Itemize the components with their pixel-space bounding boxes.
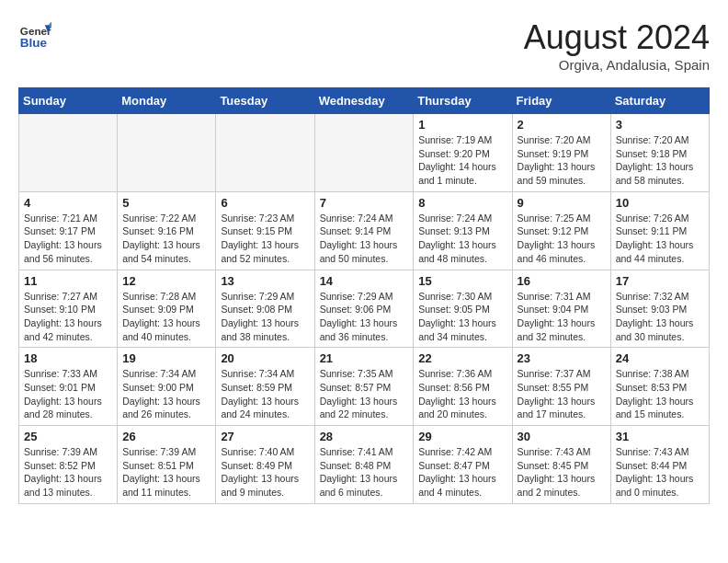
day-number: 3 [616, 118, 704, 132]
day-cell-10: 10Sunrise: 7:26 AM Sunset: 9:11 PM Dayli… [610, 191, 709, 270]
day-cell-30: 30Sunrise: 7:43 AM Sunset: 8:45 PM Dayli… [512, 426, 610, 504]
day-cell-26: 26Sunrise: 7:39 AM Sunset: 8:51 PM Dayli… [118, 426, 216, 504]
empty-cell [314, 114, 414, 192]
weekday-header-row: SundayMondayTuesdayWednesdayThursdayFrid… [19, 88, 710, 114]
day-info: Sunrise: 7:42 AM Sunset: 8:47 PM Dayligh… [418, 445, 506, 500]
day-cell-9: 9Sunrise: 7:25 AM Sunset: 9:12 PM Daylig… [512, 191, 610, 270]
day-info: Sunrise: 7:24 AM Sunset: 9:13 PM Dayligh… [418, 212, 506, 266]
day-number: 19 [122, 351, 210, 365]
day-info: Sunrise: 7:34 AM Sunset: 8:59 PM Dayligh… [221, 367, 309, 421]
day-number: 2 [518, 118, 606, 132]
day-cell-23: 23Sunrise: 7:37 AM Sunset: 8:55 PM Dayli… [512, 348, 610, 426]
day-info: Sunrise: 7:29 AM Sunset: 9:06 PM Dayligh… [320, 290, 409, 344]
day-number: 10 [616, 196, 704, 210]
day-number: 4 [24, 196, 112, 210]
week-row-1: 1Sunrise: 7:19 AM Sunset: 9:20 PM Daylig… [19, 114, 710, 192]
logo-icon: General Blue [18, 18, 51, 52]
day-info: Sunrise: 7:39 AM Sunset: 8:51 PM Dayligh… [122, 445, 210, 500]
day-cell-5: 5Sunrise: 7:22 AM Sunset: 9:16 PM Daylig… [118, 191, 216, 270]
day-cell-16: 16Sunrise: 7:31 AM Sunset: 9:04 PM Dayli… [512, 270, 610, 348]
day-number: 15 [418, 274, 506, 288]
day-cell-29: 29Sunrise: 7:42 AM Sunset: 8:47 PM Dayli… [414, 426, 512, 504]
day-info: Sunrise: 7:26 AM Sunset: 9:11 PM Dayligh… [616, 212, 704, 266]
calendar-table: SundayMondayTuesdayWednesdayThursdayFrid… [18, 87, 710, 504]
day-info: Sunrise: 7:43 AM Sunset: 8:44 PM Dayligh… [616, 445, 704, 500]
day-number: 24 [616, 351, 704, 365]
day-cell-1: 1Sunrise: 7:19 AM Sunset: 9:20 PM Daylig… [414, 114, 512, 192]
svg-text:Blue: Blue [20, 36, 48, 50]
day-info: Sunrise: 7:32 AM Sunset: 9:03 PM Dayligh… [616, 290, 704, 344]
day-cell-11: 11Sunrise: 7:27 AM Sunset: 9:10 PM Dayli… [19, 270, 118, 348]
day-info: Sunrise: 7:38 AM Sunset: 8:53 PM Dayligh… [616, 367, 704, 421]
day-number: 8 [418, 196, 506, 210]
day-number: 9 [518, 196, 606, 210]
day-info: Sunrise: 7:35 AM Sunset: 8:57 PM Dayligh… [320, 367, 409, 421]
week-row-4: 18Sunrise: 7:33 AM Sunset: 9:01 PM Dayli… [19, 348, 710, 426]
weekday-header-sunday: Sunday [19, 88, 118, 114]
day-info: Sunrise: 7:23 AM Sunset: 9:15 PM Dayligh… [221, 212, 309, 266]
day-info: Sunrise: 7:40 AM Sunset: 8:49 PM Dayligh… [221, 445, 309, 500]
day-cell-28: 28Sunrise: 7:41 AM Sunset: 8:48 PM Dayli… [314, 426, 414, 504]
logo: General Blue [18, 18, 51, 52]
day-number: 28 [320, 430, 409, 443]
day-info: Sunrise: 7:28 AM Sunset: 9:09 PM Dayligh… [122, 290, 210, 344]
day-info: Sunrise: 7:33 AM Sunset: 9:01 PM Dayligh… [24, 367, 112, 421]
day-cell-25: 25Sunrise: 7:39 AM Sunset: 8:52 PM Dayli… [19, 426, 118, 504]
day-info: Sunrise: 7:24 AM Sunset: 9:14 PM Dayligh… [320, 212, 409, 266]
day-cell-13: 13Sunrise: 7:29 AM Sunset: 9:08 PM Dayli… [216, 270, 314, 348]
page-header: General Blue August 2024 Orgiva, Andalus… [18, 18, 710, 73]
empty-cell [19, 114, 118, 192]
day-info: Sunrise: 7:41 AM Sunset: 8:48 PM Dayligh… [320, 445, 409, 500]
day-number: 18 [24, 351, 112, 365]
day-cell-2: 2Sunrise: 7:20 AM Sunset: 9:19 PM Daylig… [512, 114, 610, 192]
day-number: 27 [221, 430, 309, 443]
day-cell-17: 17Sunrise: 7:32 AM Sunset: 9:03 PM Dayli… [610, 270, 709, 348]
weekday-header-monday: Monday [118, 88, 216, 114]
weekday-header-wednesday: Wednesday [314, 88, 414, 114]
day-number: 22 [418, 351, 506, 365]
day-cell-18: 18Sunrise: 7:33 AM Sunset: 9:01 PM Dayli… [19, 348, 118, 426]
day-number: 25 [24, 430, 112, 443]
day-info: Sunrise: 7:25 AM Sunset: 9:12 PM Dayligh… [518, 212, 606, 266]
day-cell-19: 19Sunrise: 7:34 AM Sunset: 9:00 PM Dayli… [118, 348, 216, 426]
day-number: 11 [24, 274, 112, 288]
day-info: Sunrise: 7:29 AM Sunset: 9:08 PM Dayligh… [221, 290, 309, 344]
day-cell-15: 15Sunrise: 7:30 AM Sunset: 9:05 PM Dayli… [414, 270, 512, 348]
day-number: 14 [320, 274, 409, 288]
day-cell-12: 12Sunrise: 7:28 AM Sunset: 9:09 PM Dayli… [118, 270, 216, 348]
day-number: 29 [418, 430, 506, 443]
weekday-header-tuesday: Tuesday [216, 88, 314, 114]
day-number: 26 [122, 430, 210, 443]
day-info: Sunrise: 7:21 AM Sunset: 9:17 PM Dayligh… [24, 212, 112, 266]
day-info: Sunrise: 7:43 AM Sunset: 8:45 PM Dayligh… [518, 445, 606, 500]
day-info: Sunrise: 7:27 AM Sunset: 9:10 PM Dayligh… [24, 290, 112, 344]
day-info: Sunrise: 7:36 AM Sunset: 8:56 PM Dayligh… [418, 367, 506, 421]
day-number: 5 [122, 196, 210, 210]
day-cell-22: 22Sunrise: 7:36 AM Sunset: 8:56 PM Dayli… [414, 348, 512, 426]
week-row-5: 25Sunrise: 7:39 AM Sunset: 8:52 PM Dayli… [19, 426, 710, 504]
empty-cell [118, 114, 216, 192]
weekday-header-thursday: Thursday [414, 88, 512, 114]
day-cell-31: 31Sunrise: 7:43 AM Sunset: 8:44 PM Dayli… [610, 426, 709, 504]
day-number: 6 [221, 196, 309, 210]
day-info: Sunrise: 7:37 AM Sunset: 8:55 PM Dayligh… [518, 367, 606, 421]
day-number: 12 [122, 274, 210, 288]
day-info: Sunrise: 7:19 AM Sunset: 9:20 PM Dayligh… [418, 133, 506, 188]
location-subtitle: Orgiva, Andalusia, Spain [524, 57, 710, 73]
day-info: Sunrise: 7:20 AM Sunset: 9:19 PM Dayligh… [518, 133, 606, 188]
day-cell-3: 3Sunrise: 7:20 AM Sunset: 9:18 PM Daylig… [610, 114, 709, 192]
day-cell-27: 27Sunrise: 7:40 AM Sunset: 8:49 PM Dayli… [216, 426, 314, 504]
week-row-3: 11Sunrise: 7:27 AM Sunset: 9:10 PM Dayli… [19, 270, 710, 348]
day-cell-6: 6Sunrise: 7:23 AM Sunset: 9:15 PM Daylig… [216, 191, 314, 270]
weekday-header-friday: Friday [512, 88, 610, 114]
day-info: Sunrise: 7:39 AM Sunset: 8:52 PM Dayligh… [24, 445, 112, 500]
day-cell-14: 14Sunrise: 7:29 AM Sunset: 9:06 PM Dayli… [314, 270, 414, 348]
title-block: August 2024 Orgiva, Andalusia, Spain [524, 18, 710, 73]
day-cell-7: 7Sunrise: 7:24 AM Sunset: 9:14 PM Daylig… [314, 191, 414, 270]
day-number: 23 [518, 351, 606, 365]
month-year-title: August 2024 [524, 18, 710, 57]
week-row-2: 4Sunrise: 7:21 AM Sunset: 9:17 PM Daylig… [19, 191, 710, 270]
day-number: 30 [518, 430, 606, 443]
day-info: Sunrise: 7:22 AM Sunset: 9:16 PM Dayligh… [122, 212, 210, 266]
empty-cell [216, 114, 314, 192]
